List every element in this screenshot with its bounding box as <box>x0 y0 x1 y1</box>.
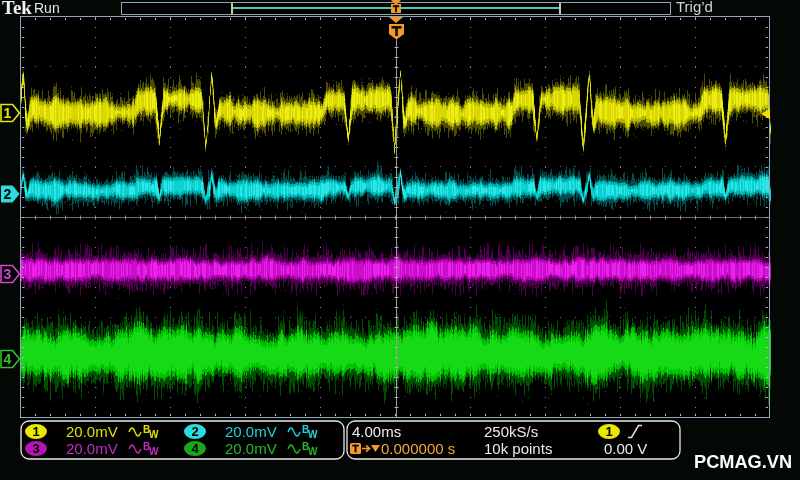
svg-text:PCMAG.VN: PCMAG.VN <box>694 452 792 472</box>
svg-text:3: 3 <box>4 266 12 282</box>
svg-text:4: 4 <box>191 441 199 456</box>
svg-text:2: 2 <box>4 186 12 202</box>
svg-text:2: 2 <box>191 424 198 439</box>
svg-text:W: W <box>308 429 318 440</box>
svg-text:1: 1 <box>32 424 39 439</box>
svg-text:W: W <box>149 446 159 457</box>
svg-text:W: W <box>149 429 159 440</box>
svg-text:20.0mV: 20.0mV <box>225 440 277 457</box>
svg-text:1: 1 <box>605 424 612 439</box>
svg-text:20.0mV: 20.0mV <box>66 440 118 457</box>
svg-text:0.000000 s: 0.000000 s <box>381 440 455 457</box>
svg-text:20.0mV: 20.0mV <box>225 423 277 440</box>
svg-text:Trig’d: Trig’d <box>676 0 713 15</box>
svg-text:3: 3 <box>32 441 39 456</box>
svg-text:250kS/s: 250kS/s <box>484 423 538 440</box>
svg-text:1: 1 <box>4 105 12 121</box>
svg-text:Run: Run <box>34 0 60 16</box>
svg-text:W: W <box>308 446 318 457</box>
svg-text:4.00ms: 4.00ms <box>352 423 401 440</box>
svg-text:20.0mV: 20.0mV <box>66 423 118 440</box>
svg-text:Tek: Tek <box>2 0 32 18</box>
svg-text:4: 4 <box>4 351 12 367</box>
svg-text:10k points: 10k points <box>484 440 552 457</box>
svg-text:0.00 V: 0.00 V <box>604 440 647 457</box>
